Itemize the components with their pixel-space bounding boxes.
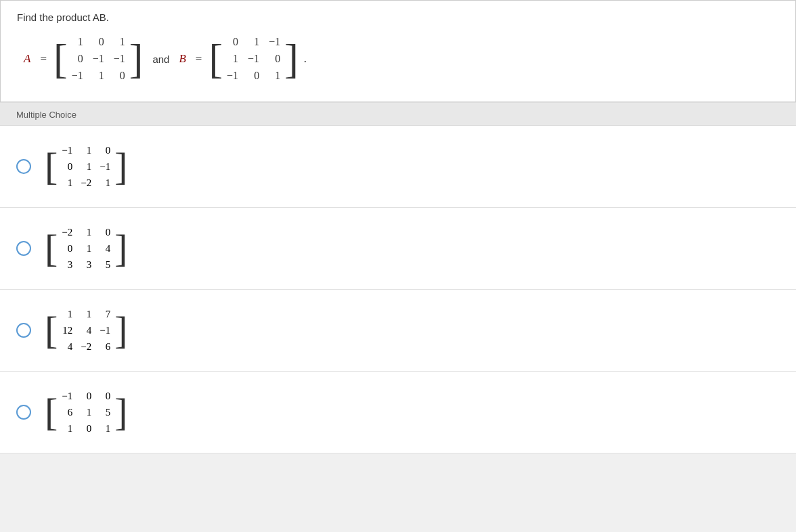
choice-matrix-cell: 5 (100, 257, 110, 273)
question-text: Find the product AB. (17, 12, 779, 23)
choice-matrix-cell: 1 (62, 306, 72, 322)
bracket-left: [ (45, 147, 58, 186)
choice-matrix-grid: −11001−11−21 (58, 141, 114, 192)
equals-b: = (196, 52, 202, 66)
choice-row[interactable]: [−11001−11−21] (0, 126, 796, 208)
mc-section: Multiple Choice [−11001−11−21][−21001433… (0, 102, 796, 453)
choice-matrix-cell: 1 (62, 175, 72, 191)
choice-matrix-d: [−100615101] (45, 386, 128, 438)
bracket-right: ] (114, 311, 127, 350)
bracket-left: [ (45, 311, 58, 350)
choice-matrix-cell: 1 (81, 306, 91, 322)
equals-a: = (40, 52, 47, 66)
matrix-b: [ 01−11−10−101 ] (208, 32, 298, 85)
matrix-cell: −1 (248, 51, 259, 68)
choice-matrix-grid: −210014335 (58, 223, 114, 274)
choice-matrix-c: [117124−14−26] (45, 305, 128, 356)
choice-matrix-cell: −1 (100, 158, 110, 175)
matrix-cell: 0 (93, 34, 104, 51)
matrix-cell: −1 (227, 68, 238, 85)
choice-matrix-cell: 6 (100, 338, 110, 355)
choice-matrix-cell: 4 (81, 322, 91, 338)
choice-matrix-cell: 0 (81, 420, 91, 437)
choice-matrix-cell: 3 (81, 257, 91, 273)
bracket-b-left: [ (208, 38, 223, 80)
choice-matrix-cell: 1 (81, 404, 91, 420)
choice-row[interactable]: [−100615101] (0, 372, 796, 453)
question-box: Find the product AB. A = [ 1010−1−1−110 … (0, 0, 796, 102)
choice-matrix-cell: 0 (100, 224, 110, 240)
bracket-a-right: ] (129, 38, 143, 80)
bracket-a-left: [ (53, 38, 68, 80)
bracket-left: [ (45, 393, 58, 432)
mc-label: Multiple Choice (0, 102, 796, 126)
matrix-cell: 1 (72, 34, 83, 51)
matrix-cell: 1 (114, 34, 125, 51)
bracket-b-right: ] (284, 38, 298, 80)
choice-matrix-grid: 117124−14−26 (58, 305, 114, 356)
matrix-a: [ 1010−1−1−110 ] (53, 32, 143, 85)
matrix-b-grid: 01−11−10−101 (223, 32, 284, 85)
choice-matrix-cell: 0 (100, 388, 110, 404)
choice-matrix-cell: 4 (100, 240, 110, 257)
bracket-right: ] (114, 229, 127, 268)
matrix-cell: −1 (72, 68, 83, 85)
bracket-left: [ (45, 229, 58, 268)
matrix-cell: 0 (269, 51, 280, 68)
period: . (304, 52, 307, 66)
choice-row[interactable]: [117124−14−26] (0, 290, 796, 372)
choice-matrix-cell: 1 (100, 175, 110, 191)
matrix-a-grid: 1010−1−1−110 (68, 32, 129, 85)
bracket-right: ] (114, 393, 127, 432)
matrix-a-label: A (24, 52, 30, 66)
choice-matrix-cell: 1 (81, 224, 91, 240)
choice-matrix-cell: 0 (62, 158, 72, 175)
choice-matrix-cell: −1 (62, 142, 72, 158)
choice-matrix-cell: 1 (62, 420, 72, 437)
choice-matrix-cell: 7 (100, 306, 110, 322)
choices-area: [−11001−11−21][−210014335][117124−14−26]… (0, 126, 796, 453)
choice-matrix-cell: −2 (62, 224, 72, 240)
matrix-cell: 1 (269, 68, 280, 85)
matrix-cell: −1 (269, 34, 280, 51)
choice-matrix-cell: 3 (62, 257, 72, 273)
choice-matrix-cell: 1 (81, 142, 91, 158)
choice-matrix-cell: 5 (100, 404, 110, 420)
choice-matrix-cell: 0 (62, 240, 72, 257)
choice-matrix-cell: 1 (81, 158, 91, 175)
choice-matrix-cell: −1 (100, 322, 110, 338)
choice-matrix-cell: 4 (62, 338, 72, 355)
matrix-cell: 1 (248, 34, 259, 51)
choice-matrix-cell: 0 (81, 388, 91, 404)
choice-matrix-cell: 6 (62, 404, 72, 420)
matrix-cell: 1 (93, 68, 104, 85)
radio-button-d[interactable] (16, 405, 31, 420)
matrices-line: A = [ 1010−1−1−110 ] and B = [ 01−11−10−… (17, 32, 779, 85)
matrix-cell: 0 (72, 51, 83, 68)
choice-matrix-cell: 0 (100, 142, 110, 158)
choice-matrix-a: [−11001−11−21] (45, 141, 128, 192)
choice-row[interactable]: [−210014335] (0, 208, 796, 290)
radio-button-a[interactable] (16, 159, 31, 174)
matrix-cell: −1 (93, 51, 104, 68)
choice-matrix-cell: 12 (62, 322, 72, 338)
radio-button-c[interactable] (16, 323, 31, 338)
bracket-right: ] (114, 147, 127, 186)
choice-matrix-cell: −1 (62, 388, 72, 404)
radio-button-b[interactable] (16, 241, 31, 256)
choice-matrix-cell: 1 (81, 240, 91, 257)
matrix-cell: 0 (114, 68, 125, 85)
matrix-b-label: B (179, 52, 185, 66)
choice-matrix-grid: −100615101 (58, 386, 114, 438)
choice-matrix-b: [−210014335] (45, 223, 128, 274)
matrix-cell: 0 (248, 68, 259, 85)
matrix-cell: 0 (227, 34, 238, 51)
choice-matrix-cell: −2 (81, 338, 91, 355)
choice-matrix-cell: 1 (100, 420, 110, 437)
matrix-cell: −1 (114, 51, 125, 68)
and-text: and (152, 53, 169, 65)
matrix-cell: 1 (227, 51, 238, 68)
choice-matrix-cell: −2 (81, 175, 91, 191)
